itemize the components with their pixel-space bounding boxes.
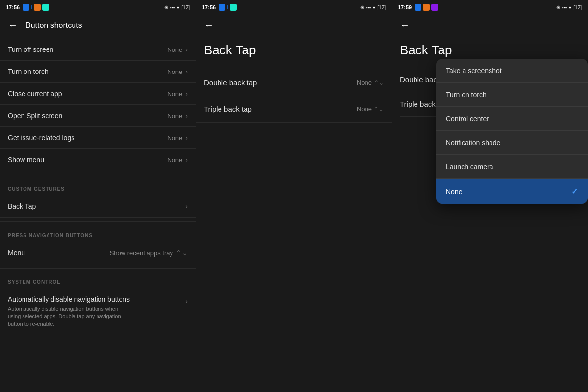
item-auto-disable[interactable]: Automatically disable navigation buttons… bbox=[0, 289, 196, 335]
item-back-tap[interactable]: Back Tap › bbox=[0, 196, 196, 218]
status-icons-3: ✳ ▪▪▪ ▾ [12] bbox=[556, 5, 582, 10]
item-value-split-screen: None › bbox=[167, 112, 188, 120]
chevron-close-app: › bbox=[185, 90, 188, 98]
dropdown-label-notification-shade: Notification shade bbox=[446, 139, 500, 147]
dropdown-item-torch[interactable]: Turn on torch bbox=[436, 83, 588, 107]
chevron-split-screen: › bbox=[185, 112, 188, 120]
chevron-auto-disable: › bbox=[185, 297, 188, 305]
back-tap-list: Double back tap None ⌃⌄ Triple back tap … bbox=[196, 70, 392, 122]
status-time-1: 17:56 bbox=[6, 4, 20, 10]
back-button-2[interactable]: ← bbox=[204, 20, 214, 31]
item-triple-back-tap[interactable]: Triple back tap None ⌃⌄ bbox=[196, 96, 392, 122]
item-label-split-screen: Open Split screen bbox=[8, 112, 62, 120]
battery-icon: [12] bbox=[181, 5, 190, 10]
chevron-back-tap: › bbox=[185, 202, 188, 210]
item-value-menu: Show recent apps tray ⌃⌄ bbox=[110, 249, 188, 257]
panel3-header: ← bbox=[392, 14, 588, 39]
section-nav-buttons: PRESS NAVIGATION BUTTONS bbox=[0, 226, 196, 242]
dropdown-item-notification-shade[interactable]: Notification shade bbox=[436, 131, 588, 155]
triple-back-tap-value: None ⌃⌄ bbox=[357, 105, 384, 113]
status-bar-3: 17:59 ✳ ▪▪▪ ▾ [12] bbox=[392, 0, 588, 14]
divider-1 bbox=[0, 175, 196, 175]
item-issue-logs[interactable]: Get issue-related logs None › bbox=[0, 127, 196, 149]
status-time-3: 17:59 bbox=[398, 4, 412, 10]
divider-3 bbox=[0, 268, 196, 269]
item-turn-off-screen[interactable]: Turn off screen None › bbox=[0, 39, 196, 61]
item-label-turn-on-torch: Turn on torch bbox=[8, 68, 49, 75]
double-back-tap-label: Double back tap bbox=[204, 78, 257, 87]
panel-button-shortcuts: 17:56 f ✳ ▪▪▪ ▾ [12] ← Button shortcuts … bbox=[0, 0, 196, 392]
dropdown-label-control-center: Control center bbox=[446, 115, 489, 122]
app-icon-clock bbox=[23, 4, 29, 11]
dropdown-label-launch-camera: Launch camera bbox=[446, 163, 493, 171]
item-show-menu[interactable]: Show menu None › bbox=[0, 149, 196, 171]
item-label-back-tap: Back Tap bbox=[8, 202, 36, 210]
wifi-icon-2: ▾ bbox=[373, 5, 375, 10]
section-custom-gestures: CUSTOM GESTURES bbox=[0, 179, 196, 196]
back-button-1[interactable]: ← bbox=[8, 20, 18, 31]
item-turn-on-torch[interactable]: Turn on torch None › bbox=[0, 61, 196, 83]
item-split-screen[interactable]: Open Split screen None › bbox=[0, 105, 196, 127]
app-icon-3-orange bbox=[423, 4, 430, 11]
chevron-issue-logs: › bbox=[185, 134, 188, 142]
item-value-close-app: None › bbox=[167, 90, 188, 98]
app-icon-fb: f bbox=[31, 4, 32, 11]
item-value-issue-logs: None › bbox=[167, 134, 188, 142]
dropdown-label-none: None bbox=[446, 188, 462, 196]
bt-icon: ✳ bbox=[164, 5, 168, 10]
section-system-control: SYSTEM CONTROL bbox=[0, 272, 196, 289]
status-icons-1: ✳ ▪▪▪ ▾ [12] bbox=[164, 5, 190, 10]
auto-disable-desc: Automatically disable navigation buttons… bbox=[8, 305, 125, 328]
item-label-menu: Menu bbox=[8, 249, 25, 257]
panel-back-tap-dropdown: 17:59 ✳ ▪▪▪ ▾ [12] ← Back Tap Double bac… bbox=[392, 0, 588, 392]
bt-icon-2: ✳ bbox=[360, 5, 364, 10]
wifi-icon: ▾ bbox=[177, 5, 179, 10]
item-label-turn-off-screen: Turn off screen bbox=[8, 46, 53, 53]
status-icons-2: ✳ ▪▪▪ ▾ [12] bbox=[360, 5, 386, 10]
app-icon-2-1 bbox=[219, 4, 225, 11]
updown-triple: ⌃⌄ bbox=[374, 106, 384, 113]
settings-list-1: Turn off screen None › Turn on torch Non… bbox=[0, 39, 196, 392]
item-close-current-app[interactable]: Close current app None › bbox=[0, 83, 196, 105]
signal-icon-3: ▪▪▪ bbox=[562, 5, 567, 10]
dropdown-item-none[interactable]: None ✓ bbox=[436, 179, 588, 204]
divider-2 bbox=[0, 221, 196, 222]
chevron-show-menu: › bbox=[185, 156, 188, 164]
dropdown-item-control-center[interactable]: Control center bbox=[436, 107, 588, 131]
status-bar-2: 17:56 f ✳ ▪▪▪ ▾ [12] bbox=[196, 0, 392, 14]
panel2-title: Back Tap bbox=[196, 39, 392, 70]
panel-back-tap: 17:56 f ✳ ▪▪▪ ▾ [12] ← Back Tap Double b… bbox=[196, 0, 392, 392]
chevron-turn-on-torch: › bbox=[185, 68, 188, 75]
battery-icon-3: [12] bbox=[573, 5, 582, 10]
app-icon-3-purple bbox=[431, 4, 438, 11]
wifi-icon-3: ▾ bbox=[569, 5, 571, 10]
dropdown-item-screenshot[interactable]: Take a screenshot bbox=[436, 59, 588, 83]
item-label-show-menu: Show menu bbox=[8, 156, 44, 164]
panel1-title: Button shortcuts bbox=[25, 21, 82, 30]
chevron-turn-off-screen: › bbox=[185, 46, 188, 53]
item-menu[interactable]: Menu Show recent apps tray ⌃⌄ bbox=[0, 242, 196, 264]
status-bar-1: 17:56 f ✳ ▪▪▪ ▾ [12] bbox=[0, 0, 196, 14]
app-icons-3 bbox=[415, 4, 438, 11]
auto-disable-content: Automatically disable navigation buttons… bbox=[8, 295, 185, 328]
dropdown-menu: Take a screenshot Turn on torch Control … bbox=[436, 59, 588, 204]
bt-icon-3: ✳ bbox=[556, 5, 560, 10]
dropdown-label-torch: Turn on torch bbox=[446, 91, 487, 98]
item-label-close-app: Close current app bbox=[8, 90, 62, 98]
app-icons-2: f bbox=[219, 4, 237, 11]
app-icon-3-1 bbox=[415, 4, 421, 11]
app-icons-1: f bbox=[23, 4, 49, 11]
back-button-3[interactable]: ← bbox=[400, 20, 410, 31]
dropdown-label-screenshot: Take a screenshot bbox=[446, 67, 502, 74]
panel1-header: ← Button shortcuts bbox=[0, 14, 196, 39]
dropdown-item-launch-camera[interactable]: Launch camera bbox=[436, 155, 588, 179]
check-mark-none: ✓ bbox=[571, 187, 578, 196]
auto-disable-label: Automatically disable navigation buttons bbox=[8, 295, 185, 303]
app-icon-2-fb: f bbox=[227, 4, 228, 11]
panel2-header: ← bbox=[196, 14, 392, 39]
triple-back-tap-label: Triple back tap bbox=[204, 105, 252, 113]
item-value-turn-on-torch: None › bbox=[167, 68, 188, 75]
item-double-back-tap[interactable]: Double back tap None ⌃⌄ bbox=[196, 70, 392, 96]
item-label-issue-logs: Get issue-related logs bbox=[8, 134, 74, 142]
status-time-2: 17:56 bbox=[202, 4, 216, 10]
